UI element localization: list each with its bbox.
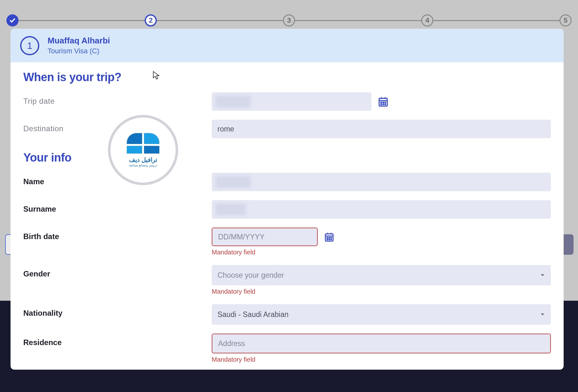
step-line <box>157 20 283 21</box>
section-title-trip: When is your trip? <box>23 71 551 84</box>
step-2-circle[interactable]: 2 <box>145 14 157 26</box>
svg-point-9 <box>385 104 386 105</box>
error-birth-date: Mandatory field <box>212 249 551 256</box>
nationality-select[interactable]: Saudi - Saudi Arabian <box>212 304 551 325</box>
label-residence: Residence <box>23 334 212 347</box>
row-residence: Residence Mandatory field <box>23 334 551 363</box>
calendar-icon[interactable] <box>324 232 334 242</box>
name-input[interactable] <box>212 173 551 191</box>
label-trip-date: Trip date <box>23 92 212 106</box>
svg-point-17 <box>327 239 328 240</box>
step-3-label: 3 <box>287 16 291 25</box>
redacted-value <box>216 95 251 108</box>
step-5-circle[interactable]: 5 <box>559 14 572 26</box>
applicant-info: Muaffaq Alharbi Tourism Visa (C) <box>48 36 110 55</box>
svg-point-7 <box>381 104 382 105</box>
step-line <box>433 20 559 21</box>
redacted-value <box>216 176 251 188</box>
residence-input[interactable] <box>212 334 551 353</box>
label-birth-date: Birth date <box>23 228 212 241</box>
label-surname: Surname <box>23 200 212 214</box>
surname-input[interactable] <box>212 200 551 219</box>
form-scroll-area[interactable]: When is your trip? Trip date Destination… <box>11 62 564 370</box>
step-1-circle[interactable] <box>6 14 19 26</box>
trip-date-input[interactable] <box>212 92 371 111</box>
birth-date-input[interactable] <box>212 228 318 246</box>
row-name: Name <box>23 173 551 191</box>
step-line <box>19 20 145 21</box>
step-2-label: 2 <box>149 16 153 25</box>
applicant-index: 1 <box>27 40 33 51</box>
step-5-label: 5 <box>564 16 567 25</box>
svg-point-15 <box>329 237 330 238</box>
applicant-index-badge: 1 <box>20 36 39 55</box>
step-4-circle[interactable]: 4 <box>421 14 433 26</box>
applicant-visa-type: Tourism Visa (C) <box>48 47 110 55</box>
nationality-value: Saudi - Saudi Arabian <box>217 310 289 319</box>
step-4-label: 4 <box>425 16 429 25</box>
svg-point-18 <box>329 239 330 240</box>
label-nationality: Nationality <box>23 304 212 318</box>
label-name: Name <box>23 173 212 186</box>
row-gender: Gender Choose your gender Mandatory fiel… <box>23 265 551 295</box>
svg-point-4 <box>381 102 382 103</box>
svg-point-14 <box>327 237 328 238</box>
row-trip-date: Trip date <box>23 92 551 111</box>
calendar-icon[interactable] <box>378 96 389 107</box>
error-gender: Mandatory field <box>212 288 551 295</box>
row-nationality: Nationality Saudi - Saudi Arabian <box>23 304 551 325</box>
step-3-circle[interactable]: 3 <box>283 14 295 26</box>
applicant-name: Muaffaq Alharbi <box>48 36 110 46</box>
form-modal: 1 Muaffaq Alharbi Tourism Visa (C) When … <box>11 29 564 370</box>
svg-point-19 <box>331 239 331 240</box>
applicant-header: 1 Muaffaq Alharbi Tourism Visa (C) <box>11 29 564 62</box>
check-icon <box>9 17 16 24</box>
label-destination: Destination <box>23 120 212 133</box>
section-title-info: Your info <box>23 151 551 164</box>
step-line <box>295 20 421 21</box>
gender-select-placeholder: Choose your gender <box>217 271 284 280</box>
redacted-value <box>216 203 246 215</box>
svg-point-5 <box>383 102 384 103</box>
destination-input[interactable] <box>212 120 551 138</box>
row-surname: Surname <box>23 200 551 219</box>
row-destination: Destination <box>23 120 551 138</box>
error-residence: Mandatory field <box>212 356 551 363</box>
progress-stepper: 2 3 4 5 <box>6 14 572 26</box>
gender-select[interactable]: Choose your gender <box>212 265 551 285</box>
label-gender: Gender <box>23 265 212 278</box>
svg-point-16 <box>331 237 331 238</box>
row-birth-date: Birth date Mandatory field <box>23 228 551 256</box>
svg-point-8 <box>383 104 384 105</box>
svg-point-6 <box>385 102 386 103</box>
